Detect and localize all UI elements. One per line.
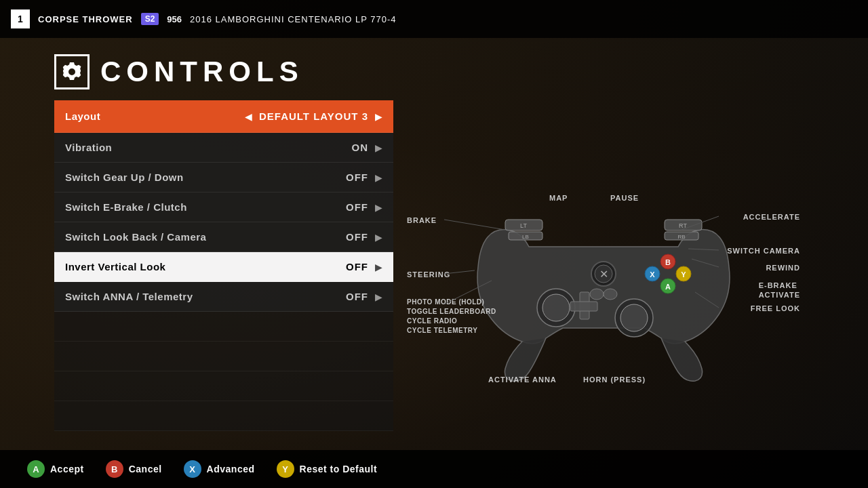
setting-label: Invert Vertical Look [65, 261, 165, 272]
class-badge: S2 [141, 13, 159, 25]
svg-text:RB: RB [677, 234, 685, 240]
y-button[interactable]: Y [277, 460, 294, 478]
svg-text:✕: ✕ [599, 268, 608, 280]
svg-rect-13 [570, 302, 597, 311]
setting-label: Switch Gear Up / Down [65, 171, 184, 183]
pause-label: PAUSE [610, 194, 639, 202]
empty-row [54, 401, 393, 431]
setting-row[interactable]: VibrationON▶ [54, 133, 393, 163]
svg-text:A: A [665, 283, 671, 291]
svg-point-15 [604, 289, 617, 300]
setting-label: Switch Look Back / Camera [65, 231, 206, 243]
content-area: Layout ◀ DEFAULT LAYOUT 3 ▶ VibrationON▶… [0, 100, 868, 488]
settings-list: Layout ◀ DEFAULT LAYOUT 3 ▶ VibrationON▶… [54, 100, 393, 488]
setting-row[interactable]: Switch Look Back / CameraOFF▶ [54, 222, 393, 252]
a-button[interactable]: A [27, 460, 45, 478]
layout-row[interactable]: Layout ◀ DEFAULT LAYOUT 3 ▶ [54, 100, 393, 133]
car-name: 2016 LAMBORGHINI CENTENARIO LP 770-4 [190, 14, 397, 24]
setting-value: OFF [346, 231, 368, 243]
reset-label: Reset to Default [300, 464, 378, 474]
chevron-right-icon: ▶ [375, 142, 382, 153]
page-title: CONTROLS [100, 56, 304, 88]
layout-arrow-left[interactable]: ◀ [245, 111, 252, 122]
activate-anna-label: ACTIVATE ANNA [488, 375, 557, 384]
setting-row[interactable]: Switch Gear Up / DownOFF▶ [54, 163, 393, 192]
svg-point-14 [590, 289, 604, 300]
setting-value-wrap: OFF▶ [346, 201, 382, 213]
empty-row [54, 312, 393, 342]
setting-label: Switch ANNA / Telemetry [65, 291, 193, 302]
setting-row[interactable]: Invert Vertical LookOFF▶ [54, 252, 393, 282]
empty-row [54, 342, 393, 371]
accelerate-label: ACCELERATE [743, 213, 800, 221]
ebrake-label: E-BRAKEACTIVATE [759, 281, 800, 300]
gear-icon [54, 54, 90, 89]
rewind-label: REWIND [766, 264, 800, 272]
chevron-right-icon: ▶ [375, 232, 382, 243]
svg-text:Y: Y [681, 270, 686, 279]
brake-label: BRAKE [407, 216, 437, 224]
horn-press-label: HORN (PRESS) [583, 375, 646, 384]
main-content: CONTROLS Layout ◀ DEFAULT LAYOUT 3 ▶ Vib… [0, 47, 868, 488]
player-number: 1 [11, 9, 30, 28]
reset-action[interactable]: Y Reset to Default [277, 460, 378, 478]
svg-point-11 [620, 304, 648, 331]
svg-text:LT: LT [520, 222, 527, 229]
player-name: CORPSE THROWER [38, 14, 133, 24]
layout-label: Layout [65, 110, 100, 122]
pi-rating: 956 [167, 14, 182, 24]
advanced-action[interactable]: X Advanced [184, 460, 255, 478]
svg-text:RT: RT [679, 222, 687, 229]
top-bar: 1 CORPSE THROWER S2 956 2016 LAMBORGHINI… [0, 0, 868, 38]
b-button[interactable]: B [106, 460, 123, 478]
svg-point-9 [542, 294, 570, 321]
setting-value: OFF [346, 291, 368, 302]
accept-label: Accept [50, 464, 84, 474]
setting-value-wrap: ON▶ [352, 142, 383, 153]
chevron-right-icon: ▶ [375, 291, 382, 302]
setting-value-wrap: OFF▶ [346, 171, 382, 183]
layout-value-wrap: ◀ DEFAULT LAYOUT 3 ▶ [245, 110, 382, 122]
setting-value-wrap: OFF▶ [346, 261, 382, 272]
cancel-action[interactable]: B Cancel [106, 460, 162, 478]
setting-row[interactable]: Switch E-Brake / ClutchOFF▶ [54, 192, 393, 222]
setting-value: OFF [346, 171, 368, 183]
chevron-right-icon: ▶ [375, 172, 382, 183]
x-button[interactable]: X [184, 460, 201, 478]
steering-label: STEERING [407, 270, 450, 279]
setting-value-wrap: OFF▶ [346, 231, 382, 243]
empty-row [54, 371, 393, 401]
cancel-label: Cancel [129, 464, 162, 474]
chevron-right-icon: ▶ [375, 262, 382, 272]
chevron-right-icon: ▶ [375, 202, 382, 213]
setting-value-wrap: OFF▶ [346, 291, 382, 302]
accept-action[interactable]: A Accept [27, 460, 84, 478]
svg-text:X: X [650, 270, 655, 279]
setting-label: Vibration [65, 142, 112, 153]
advanced-label: Advanced [207, 464, 255, 474]
setting-value: OFF [346, 201, 368, 213]
bottom-bar: A Accept B Cancel X Advanced Y Reset to … [0, 450, 868, 488]
free-look-label: FREE LOOK [751, 304, 800, 312]
controller-diagram: LT RT LB RB [407, 152, 800, 436]
controls-header: CONTROLS [0, 47, 868, 100]
photo-mode-label: PHOTO MODE (HOLD)TOGGLE LEADERBOARDCYCLE… [407, 298, 496, 336]
switch-camera-label: SWITCH CAMERA [727, 247, 800, 255]
controller-area: LT RT LB RB [393, 100, 814, 488]
layout-value: DEFAULT LAYOUT 3 [259, 110, 368, 122]
map-label: MAP [549, 194, 568, 202]
setting-label: Switch E-Brake / Clutch [65, 201, 187, 213]
setting-row[interactable]: Switch ANNA / TelemetryOFF▶ [54, 282, 393, 312]
layout-arrow-right[interactable]: ▶ [375, 111, 382, 122]
controller-svg: LT RT LB RB [468, 192, 739, 396]
settings-rows: VibrationON▶Switch Gear Up / DownOFF▶Swi… [54, 133, 393, 431]
svg-text:B: B [665, 258, 671, 266]
setting-value: OFF [346, 261, 368, 272]
setting-value: ON [352, 142, 369, 153]
svg-text:LB: LB [522, 234, 529, 240]
